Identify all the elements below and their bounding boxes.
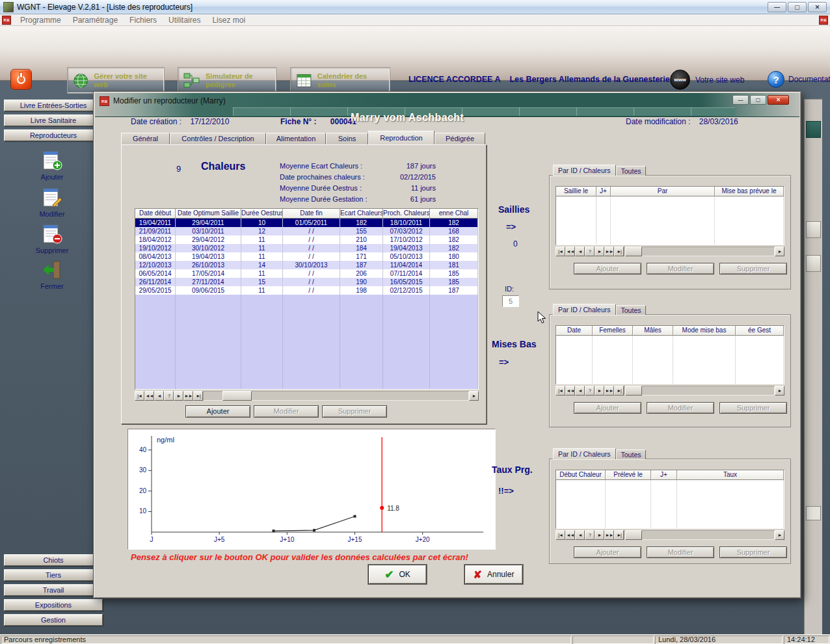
table-row[interactable]: 12/10/201326/10/20131430/10/201318711/04… <box>135 261 478 269</box>
record-nav-button[interactable]: ? <box>585 386 595 396</box>
record-nav-button[interactable]: ◄ <box>154 391 164 401</box>
column-header-enne-chal[interactable]: enne Chal <box>430 209 478 219</box>
tab-p-digr-e[interactable]: Pédigrée <box>435 133 485 144</box>
record-nav-button[interactable]: ? <box>585 247 595 256</box>
record-nav-button[interactable]: ► <box>174 391 183 401</box>
column-header-proch-chaleurs[interactable]: Proch. Chaleurs <box>383 209 430 219</box>
column-header-date-fin[interactable]: Date fin <box>283 209 340 219</box>
horizontal-scrollbar[interactable] <box>624 530 775 540</box>
menu-item-utilitaires[interactable]: Utilitaires <box>163 14 206 26</box>
column-header-mise-bas-pr-vue-le[interactable]: Mise bas prévue le <box>715 187 784 196</box>
scrollbar-thumb[interactable] <box>222 391 252 401</box>
pedigree-simulator-button[interactable]: Simulateur de pedigree <box>178 67 276 94</box>
column-header-taux[interactable]: Taux <box>677 470 784 480</box>
column-header-mode-mise-bas[interactable]: Mode mise bas <box>673 326 736 336</box>
table-row[interactable]: 18/04/201229/04/201211/ /21017/10/201218… <box>135 235 478 244</box>
column-header-dur-e-oestrus[interactable]: Durée Oestrus <box>241 209 283 219</box>
column-header-par[interactable]: Par <box>611 187 715 196</box>
record-nav-button[interactable]: ◄ <box>575 530 585 540</box>
sidebar-button-tiers[interactable]: Tiers <box>4 569 103 581</box>
button-modifier[interactable]: Modifier <box>647 546 714 558</box>
sidebar-action-modifier[interactable]: Modifier <box>30 187 74 218</box>
button-ajouter[interactable]: Ajouter <box>574 263 641 275</box>
scrollbar-thumb[interactable] <box>625 386 642 396</box>
column-header-date-d-but[interactable]: Date début <box>135 209 176 219</box>
table-row[interactable]: 21/09/201103/10/201112/ /15507/03/201216… <box>135 227 478 235</box>
record-nav-button[interactable]: ►| <box>614 247 624 256</box>
column-header-femelles[interactable]: Femelles <box>593 326 633 336</box>
record-nav-button[interactable]: |◄ <box>556 386 565 396</box>
table-row[interactable]: 08/04/201319/04/201311/ /17105/10/201318… <box>135 252 478 261</box>
column-header-pr-lev-le[interactable]: Prélevé le <box>606 470 651 480</box>
tab-reproduction[interactable]: Reproduction <box>368 131 435 144</box>
scroll-right-button[interactable]: ► <box>469 391 479 401</box>
horizontal-scrollbar[interactable] <box>624 247 775 256</box>
column-header-d-but-chaleur[interactable]: Début Chaleur <box>556 470 606 480</box>
column-header-date-optimum-saillie[interactable]: Date Optimum Saillie <box>176 209 241 219</box>
record-nav-button[interactable]: |◄ <box>556 530 565 540</box>
sidebar-button-chiots[interactable]: Chiots <box>4 554 103 566</box>
record-nav-button[interactable]: ◄◄ <box>565 386 575 396</box>
scrollbar-thumb[interactable] <box>625 247 642 256</box>
column-header-j[interactable]: J+ <box>596 187 611 196</box>
column-header-m-les[interactable]: Mâles <box>633 326 673 336</box>
button-ajouter[interactable]: Ajouter <box>574 402 641 414</box>
record-nav-button[interactable]: ► <box>595 247 604 256</box>
button-supprimer[interactable]: Supprimer <box>719 402 787 414</box>
tab-g-n-ral[interactable]: Général <box>121 133 170 144</box>
horizontal-scrollbar[interactable] <box>203 391 469 401</box>
menu-item-fichiers[interactable]: Fichiers <box>124 14 163 26</box>
documentation-button[interactable]: Documentation <box>768 71 830 88</box>
cancel-button[interactable]: Annuler <box>464 565 523 584</box>
record-nav-button[interactable]: ► <box>595 530 604 540</box>
record-nav-button[interactable]: ► <box>595 386 604 396</box>
tab-par-id-chaleurs[interactable]: Par ID / Chaleurs <box>553 448 616 459</box>
table-row[interactable]: 19/10/201230/10/201211/ /18419/04/201318… <box>135 244 478 252</box>
button-supprimer[interactable]: Supprimer <box>719 546 787 558</box>
record-nav-button[interactable]: ►| <box>614 386 624 396</box>
window-titlebar[interactable]: WGNT - Elevage V.2,81 - [Liste des repro… <box>0 0 830 14</box>
column-header-date[interactable]: Date <box>556 326 593 336</box>
button-supprimer[interactable]: Supprimer <box>719 263 787 275</box>
scroll-right-button[interactable]: ► <box>775 386 784 396</box>
scroll-right-button[interactable]: ► <box>775 247 784 256</box>
record-nav-button[interactable]: ◄ <box>575 247 585 256</box>
record-nav-button[interactable]: ►► <box>604 530 614 540</box>
record-nav-button[interactable]: ►► <box>604 386 614 396</box>
tab-toutes[interactable]: Toutes <box>616 449 647 459</box>
scroll-right-button[interactable]: ► <box>775 530 784 540</box>
table-row[interactable]: 26/11/201427/11/201415/ /19016/05/201518… <box>135 278 478 286</box>
record-nav-button[interactable]: ►► <box>604 247 614 256</box>
dialog-minimize-button[interactable] <box>732 95 749 105</box>
tab-toutes[interactable]: Toutes <box>616 166 647 176</box>
button-modifier[interactable]: Modifier <box>254 405 319 418</box>
tab-par-id-chaleurs[interactable]: Par ID / Chaleurs <box>553 304 616 315</box>
sidebar-button-livre-sanitaire[interactable]: Livre Sanitaire <box>4 114 103 126</box>
column-header-saillie-le[interactable]: Saillie le <box>556 187 596 196</box>
table-row[interactable]: 19/04/201129/04/20111001/05/201118218/10… <box>135 219 478 227</box>
sidebar-button-reproducteurs[interactable]: Reproducteurs <box>4 129 103 141</box>
menu-item-lisez-moi[interactable]: Lisez moi <box>206 14 251 26</box>
button-modifier[interactable]: Modifier <box>647 402 714 414</box>
care-calendar-button[interactable]: Calendrier des soins <box>290 67 390 94</box>
sidebar-button-livre-entr-es-sorties[interactable]: Livre Entrées-Sorties <box>4 100 103 111</box>
table-row[interactable]: 29/05/201509/06/201511/ /19802/12/201518… <box>135 286 478 295</box>
table-row[interactable]: 06/05/201417/05/201411/ /20607/11/201418… <box>135 269 478 278</box>
column-header-j[interactable]: J+ <box>651 470 677 480</box>
dialog-close-button[interactable] <box>768 95 789 105</box>
record-nav-button[interactable]: ◄◄ <box>565 247 575 256</box>
button-modifier[interactable]: Modifier <box>647 263 714 275</box>
scrollbar-thumb[interactable] <box>625 530 642 540</box>
tab-soins[interactable]: Soins <box>326 133 368 144</box>
column-header-e-gest[interactable]: ée Gest <box>736 326 784 336</box>
record-nav-button[interactable]: ►► <box>183 391 193 401</box>
record-nav-button[interactable]: ►| <box>614 530 624 540</box>
record-nav-button[interactable]: |◄ <box>135 391 144 401</box>
button-ajouter[interactable]: Ajouter <box>185 405 250 418</box>
record-nav-button[interactable]: ◄◄ <box>144 391 154 401</box>
id-field[interactable]: 5 <box>502 295 519 307</box>
sidebar-button-expositions[interactable]: Expositions <box>4 599 103 611</box>
sidebar-button-travail[interactable]: Travail <box>4 584 103 596</box>
tab-contr-les-description[interactable]: Contrôles / Description <box>170 133 266 144</box>
record-nav-button[interactable]: ? <box>164 391 174 401</box>
